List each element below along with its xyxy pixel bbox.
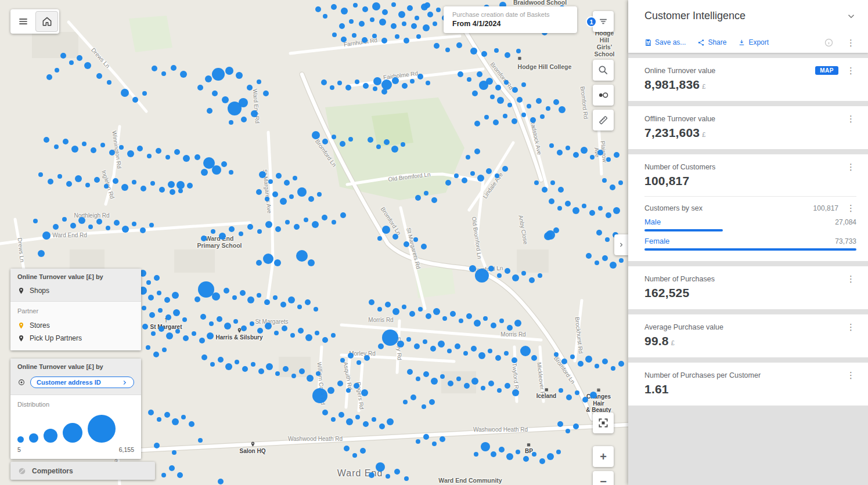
map-data-point[interactable] (200, 314, 206, 320)
map-data-point[interactable] (296, 250, 308, 262)
map-data-point[interactable] (493, 120, 499, 125)
map-search-button[interactable] (593, 60, 614, 81)
map-data-point[interactable] (154, 443, 160, 448)
map-data-point[interactable] (322, 139, 328, 144)
map-data-point[interactable] (308, 259, 315, 266)
map-data-point[interactable] (471, 346, 477, 352)
map-data-point[interactable] (376, 462, 385, 472)
map-badge[interactable]: MAP (815, 66, 838, 75)
map-data-point[interactable] (490, 95, 495, 99)
map-data-point[interactable] (340, 212, 346, 218)
map-data-point[interactable] (341, 37, 347, 42)
map-data-point[interactable] (312, 388, 327, 403)
map-data-point[interactable] (363, 421, 369, 427)
map-data-point[interactable] (433, 308, 440, 315)
map-data-point[interactable] (153, 352, 159, 357)
map-data-point[interactable] (512, 389, 519, 396)
map-data-point[interactable] (418, 307, 423, 312)
map-data-point[interactable] (157, 291, 161, 295)
map-data-point[interactable] (305, 299, 311, 305)
map-data-point[interactable] (481, 442, 490, 451)
map-data-point[interactable] (48, 179, 53, 184)
map-data-point[interactable] (495, 173, 499, 178)
map-data-point[interactable] (70, 223, 76, 229)
map-data-point[interactable] (402, 21, 406, 26)
map-data-point[interactable] (207, 332, 214, 339)
map-data-point[interactable] (54, 144, 59, 149)
map-data-point[interactable] (77, 55, 82, 61)
map-data-point[interactable] (201, 236, 207, 241)
map-data-point[interactable] (470, 48, 477, 55)
map-data-point[interactable] (85, 183, 90, 187)
home-button[interactable] (35, 11, 58, 32)
map-data-point[interactable] (377, 236, 382, 241)
map-canvas[interactable]: Braidwood SchoolFarnhurst RdHodge Hill G… (0, 0, 628, 485)
map-data-point[interactable] (423, 339, 427, 344)
map-data-point[interactable] (402, 305, 406, 309)
map-data-point[interactable] (127, 150, 134, 157)
map-data-point[interactable] (121, 184, 128, 191)
map-data-point[interactable] (589, 210, 595, 216)
map-data-point[interactable] (516, 49, 521, 53)
map-data-point[interactable] (344, 446, 350, 451)
map-data-point[interactable] (349, 19, 354, 24)
map-data-point[interactable] (338, 412, 344, 418)
map-data-point[interactable] (164, 412, 170, 418)
legend-pickup-row[interactable]: Pick Up Partners (17, 332, 134, 345)
map-data-point[interactable] (597, 150, 603, 155)
map-data-point[interactable] (352, 33, 356, 38)
map-data-point[interactable] (546, 230, 555, 240)
map-data-point[interactable] (507, 325, 513, 331)
info-icon[interactable] (824, 38, 834, 48)
map-data-point[interactable] (46, 74, 52, 80)
map-data-point[interactable] (478, 352, 485, 359)
zoom-in-button[interactable]: + (593, 446, 614, 467)
map-data-point[interactable] (466, 313, 472, 319)
map-data-point[interactable] (381, 89, 387, 95)
map-data-point[interactable] (534, 180, 539, 185)
map-layers-button[interactable] (593, 85, 614, 106)
map-data-point[interactable] (141, 186, 146, 191)
map-data-point[interactable] (330, 85, 334, 90)
map-data-point[interactable] (229, 120, 233, 125)
map-data-point[interactable] (280, 198, 287, 205)
map-data-point[interactable] (265, 197, 269, 201)
map-data-point[interactable] (404, 241, 409, 247)
map-data-point[interactable] (198, 438, 203, 443)
map-data-point[interactable] (148, 410, 154, 415)
map-data-point[interactable] (161, 473, 166, 477)
map-data-point[interactable] (486, 168, 492, 174)
map-data-point[interactable] (142, 91, 147, 96)
map-data-point[interactable] (491, 451, 496, 457)
map-data-point[interactable] (364, 355, 370, 361)
map-data-point[interactable] (391, 2, 396, 7)
map-data-point[interactable] (550, 180, 555, 185)
map-data-point[interactable] (417, 74, 423, 79)
map-data-point[interactable] (557, 206, 562, 211)
map-data-point[interactable] (172, 450, 177, 455)
map-data-point[interactable] (284, 180, 290, 186)
map-data-point[interactable] (195, 154, 200, 160)
map-data-point[interactable] (382, 226, 390, 234)
map-data-point[interactable] (149, 312, 155, 318)
map-data-point[interactable] (557, 150, 563, 155)
map-data-point[interactable] (256, 189, 262, 195)
map-data-point[interactable] (251, 110, 258, 117)
map-data-point[interactable] (183, 335, 189, 341)
map-data-point[interactable] (474, 149, 480, 154)
map-data-point[interactable] (312, 221, 319, 228)
map-data-point[interactable] (483, 316, 488, 321)
map-data-point[interactable] (467, 77, 471, 82)
map-data-point[interactable] (225, 67, 233, 75)
map-data-point[interactable] (613, 207, 620, 214)
map-data-point[interactable] (149, 223, 154, 227)
map-data-point[interactable] (71, 146, 78, 153)
map-data-point[interactable] (590, 392, 597, 399)
map-data-point[interactable] (151, 331, 156, 336)
map-data-point[interactable] (280, 302, 286, 307)
map-data-point[interactable] (88, 225, 93, 229)
map-data-point[interactable] (289, 194, 294, 199)
map-data-point[interactable] (455, 343, 460, 349)
map-data-point[interactable] (263, 254, 273, 264)
map-data-point[interactable] (373, 77, 381, 85)
